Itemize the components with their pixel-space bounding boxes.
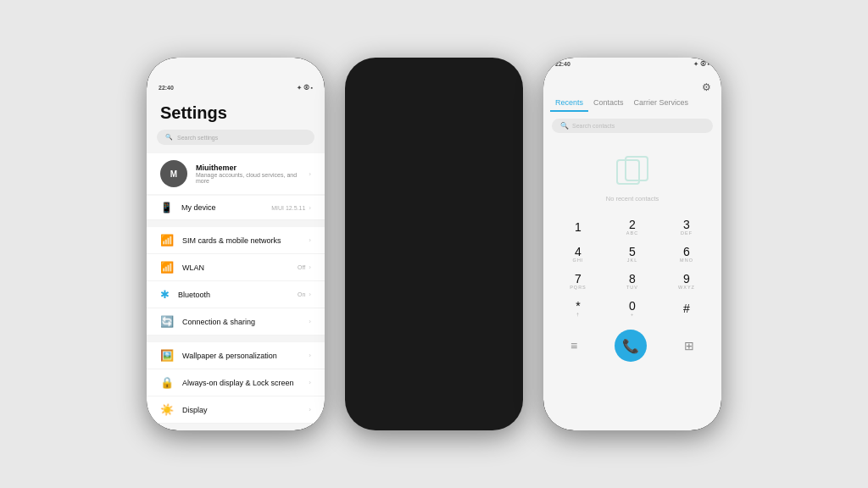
- bluetooth-icon: ✱: [160, 288, 170, 301]
- key-6[interactable]: 6MNO: [660, 241, 713, 267]
- dialpad-icon[interactable]: ⊞: [684, 339, 694, 352]
- phone-dialer: 22:40 ✦ ⦿ ▪ ⚙ Recents Contacts Carrier S…: [543, 58, 721, 430]
- settings-screen: 22:40 ✦ ⦿ ▪ Settings 🔍 Search settings M…: [147, 58, 325, 430]
- status-time: 22:40: [159, 85, 174, 92]
- status-bar-dialer: 22:40 ✦ ⦿ ▪: [543, 58, 721, 71]
- wallpaper-icon: 🖼️: [160, 349, 174, 362]
- dialer-bottom-bar: ≡ 📞 ⊞: [543, 324, 721, 365]
- menu-icon[interactable]: ≡: [570, 339, 577, 352]
- profile-name: Miuithemer: [196, 164, 300, 172]
- my-device-row[interactable]: 📱 My device MIUI 12.5.11 ›: [147, 196, 325, 220]
- contacts-search[interactable]: 🔍 Search contacts: [552, 119, 713, 133]
- status-bar-settings: 22:40 ✦ ⦿ ▪: [147, 81, 325, 95]
- key-5[interactable]: 5JKL: [606, 241, 659, 267]
- settings-section-display: 🖼️ Wallpaper & personalization › 🔒 Alway…: [147, 342, 325, 424]
- dialer-screen: 22:40 ✦ ⦿ ▪ ⚙ Recents Contacts Carrier S…: [543, 58, 721, 430]
- settings-search[interactable]: 🔍 Search settings: [157, 130, 314, 145]
- key-hash[interactable]: #: [660, 296, 713, 321]
- tab-carrier-services[interactable]: Carrier Services: [629, 95, 694, 112]
- key-0[interactable]: 0+: [606, 296, 659, 321]
- display-item[interactable]: ☀️ Display ›: [147, 396, 325, 424]
- tab-recents[interactable]: Recents: [550, 95, 588, 112]
- profile-row[interactable]: M Miuithemer Manage accounts, cloud serv…: [147, 153, 325, 194]
- chevron-icon: ›: [309, 379, 311, 386]
- status-icons: ✦ ⦿ ▪: [693, 61, 709, 68]
- dialer-tabs: Recents Contacts Carrier Services: [543, 71, 721, 115]
- status-time: 22:40: [555, 61, 570, 68]
- tab-contacts[interactable]: Contacts: [588, 95, 629, 112]
- wallpaper-item[interactable]: 🖼️ Wallpaper & personalization ›: [147, 342, 325, 369]
- key-2[interactable]: 2ABC: [606, 214, 659, 240]
- search-icon: 🔍: [560, 122, 569, 130]
- key-7[interactable]: 7PQRS: [552, 269, 604, 294]
- no-contacts-text: No recent contacts: [606, 195, 659, 202]
- key-star[interactable]: *†: [552, 296, 604, 321]
- call-button[interactable]: 📞: [615, 330, 647, 362]
- phone-home: 22:40 ✦ ⦿ ▪ Tools ✉️ Mail ▦ Scanner ⏺ Sc…: [345, 58, 523, 430]
- device-version: MIUI 12.5.11: [271, 205, 305, 211]
- bluetooth-item[interactable]: ✱ Bluetooth On ›: [147, 281, 325, 308]
- no-contacts-area: No recent contacts: [543, 138, 721, 211]
- profile-sub: Manage accounts, cloud services, and mor…: [196, 172, 300, 184]
- lock-icon: 🔒: [160, 376, 174, 389]
- search-icon: 🔍: [165, 134, 173, 141]
- key-3[interactable]: 3DEF: [660, 214, 713, 240]
- chevron-icon: ›: [309, 204, 311, 212]
- sim-networks-item[interactable]: 📶 SIM cards & mobile networks ›: [147, 227, 325, 254]
- key-8[interactable]: 8TUV: [606, 269, 659, 294]
- device-icon: 📱: [160, 202, 173, 214]
- chevron-icon: ›: [309, 291, 311, 298]
- display-icon: ☀️: [160, 403, 174, 416]
- profile-info: Miuithemer Manage accounts, cloud servic…: [196, 164, 300, 184]
- gear-icon[interactable]: ⚙: [702, 81, 711, 93]
- wifi-icon: 📶: [160, 261, 174, 274]
- search-placeholder: Search contacts: [572, 123, 615, 129]
- key-1[interactable]: 1: [552, 214, 604, 240]
- settings-section-network: 📶 SIM cards & mobile networks › 📶 WLAN O…: [147, 227, 325, 336]
- device-label: My device: [181, 203, 271, 212]
- key-4[interactable]: 4GHI: [552, 241, 604, 267]
- keypad: 1 2ABC 3DEF 4GHI 5JKL 6MNO 7PQRS 8TUV 9W…: [543, 211, 721, 324]
- chevron-icon: ›: [309, 318, 311, 325]
- chevron-icon: ›: [309, 406, 311, 413]
- search-placeholder: Search settings: [177, 135, 218, 141]
- settings-title: Settings: [147, 95, 325, 130]
- chevron-icon: ›: [309, 352, 311, 359]
- sim-icon: 📶: [160, 234, 174, 247]
- connection-icon: 🔄: [160, 315, 174, 328]
- wlan-item[interactable]: 📶 WLAN Off ›: [147, 254, 325, 281]
- status-icons: ✦ ⦿ ▪: [297, 85, 313, 92]
- chevron-icon: ›: [309, 263, 311, 271]
- chevron-icon: ›: [309, 236, 311, 244]
- connection-sharing-item[interactable]: 🔄 Connection & sharing ›: [147, 308, 325, 336]
- key-9[interactable]: 9WXYZ: [660, 269, 713, 294]
- lock-screen-item[interactable]: 🔒 Always-on display & Lock screen ›: [147, 369, 325, 396]
- avatar: M: [160, 160, 187, 187]
- phone-settings: 22:40 ✦ ⦿ ▪ Settings 🔍 Search settings M…: [147, 58, 325, 430]
- chevron-icon: ›: [309, 170, 311, 178]
- contacts-empty-icon: [615, 155, 649, 191]
